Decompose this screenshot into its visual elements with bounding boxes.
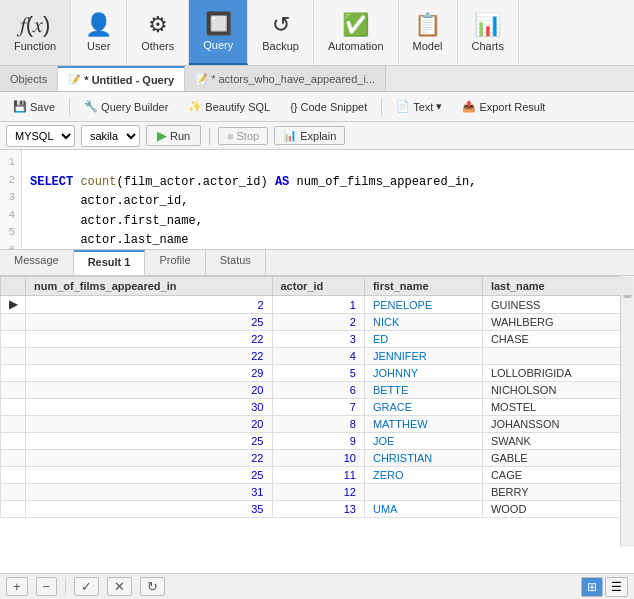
cell-first-name: ED [364,331,482,348]
row-indicator [1,416,26,433]
text-icon: 📄 [396,100,410,113]
table-row[interactable]: 22 4 JENNIFER [1,348,634,365]
bottom-bar: + − ✓ ✕ ↻ ⊞ ☰ [0,573,634,599]
table-row[interactable]: 22 3 ED CHASE [1,331,634,348]
cell-num-films: 25 [26,433,273,450]
col-actor-id[interactable]: actor_id [272,277,364,296]
toolbar-item-query[interactable]: 🔲 Query [189,0,248,65]
row-indicator [1,331,26,348]
toolbar-item-charts[interactable]: 📊 Charts [458,0,519,65]
tab-actors[interactable]: 📝 * actors_who_have_appeared_i... [185,66,386,91]
table-row[interactable]: 29 5 JOHNNY LOLLOBRIGIDA [1,365,634,382]
charts-icon: 📊 [474,14,501,36]
tab-message[interactable]: Message [0,250,74,275]
run-button[interactable]: ▶ Run [146,125,201,146]
db-bar: MYSQL sakila ▶ Run | ■ Stop 📊 Explain [0,122,634,150]
query-icon: 🔲 [205,13,232,35]
tab-status[interactable]: Status [206,250,266,275]
toolbar-item-user[interactable]: 👤 User [71,0,127,65]
cell-actor-id: 7 [272,399,364,416]
code-content[interactable]: SELECT count(film_actor.actor_id) AS num… [22,150,634,249]
query-builder-button[interactable]: 🔧 Query Builder [75,97,177,116]
table-row[interactable]: 25 11 ZERO CAGE [1,467,634,484]
table-row[interactable]: 20 8 MATTHEW JOHANSSON [1,416,634,433]
tab-objects[interactable]: Objects [0,66,58,91]
tab-bar: Objects 📝 * Untitled - Query 📝 * actors_… [0,66,634,92]
schema-select[interactable]: sakila [81,125,140,147]
text-button[interactable]: 📄 Text ▾ [387,97,451,116]
cell-num-films: 22 [26,348,273,365]
db-type-select[interactable]: MYSQL [6,125,75,147]
tab-untitled[interactable]: 📝 * Untitled - Query [58,66,185,91]
cell-last-name: GUINESS [482,296,633,314]
user-icon: 👤 [85,14,112,36]
table-row[interactable]: ▶ 2 1 PENELOPE GUINESS [1,296,634,314]
toolbar-item-model[interactable]: 📋 Model [399,0,458,65]
vertical-scrollbar[interactable] [620,276,634,547]
cell-last-name: JOHANSSON [482,416,633,433]
table-row[interactable]: 22 10 CHRISTIAN GABLE [1,450,634,467]
result-tabs: Message Result 1 Profile Status [0,250,634,276]
row-indicator [1,348,26,365]
tab-profile[interactable]: Profile [145,250,205,275]
toolbar-item-backup[interactable]: ↺ Backup [248,0,314,65]
row-indicator [1,484,26,501]
col-num-films[interactable]: num_of_films_appeared_in [26,277,273,296]
cell-num-films: 31 [26,484,273,501]
cell-first-name: MATTHEW [364,416,482,433]
stop-icon: ■ [227,130,234,142]
delete-row-button[interactable]: − [36,577,58,596]
cell-first-name: JOE [364,433,482,450]
toolbar-item-others[interactable]: ⚙ Others [127,0,189,65]
tab-result1[interactable]: Result 1 [74,250,146,275]
save-icon: 💾 [13,100,27,113]
divider: | [207,125,212,146]
cell-actor-id: 6 [272,382,364,399]
text-dropdown-icon: ▾ [436,100,442,113]
stop-button[interactable]: ■ Stop [218,127,268,145]
table-section: Message Result 1 Profile Status num_of_f… [0,250,634,599]
code-snippet-button[interactable]: {} Code Snippet [281,98,376,116]
col-last-name[interactable]: last_name [482,277,633,296]
cell-num-films: 20 [26,416,273,433]
automation-icon: ✅ [342,14,369,36]
charts-label: Charts [472,40,504,52]
cell-num-films: 29 [26,365,273,382]
explain-button[interactable]: 📊 Explain [274,126,345,145]
table-row[interactable]: 25 2 NICK WAHLBERG [1,314,634,331]
table-row[interactable]: 25 9 JOE SWANK [1,433,634,450]
toolbar-item-function[interactable]: 𝑓(𝑥) Function [0,0,71,65]
query-label: Query [203,39,233,51]
table-row[interactable]: 31 12 BERRY [1,484,634,501]
cell-num-films: 25 [26,314,273,331]
table-row[interactable]: 30 7 GRACE MOSTEL [1,399,634,416]
cancel-button[interactable]: ✕ [107,577,132,596]
table-row[interactable]: 20 6 BETTE NICHOLSON [1,382,634,399]
row-indicator [1,399,26,416]
separator2 [381,98,382,116]
explain-icon: 📊 [283,129,297,142]
code-editor[interactable]: 123456 SELECT count(film_actor.actor_id)… [0,150,634,250]
row-indicator: ▶ [1,296,26,314]
tab-icon-actors: 📝 [195,73,207,84]
cell-first-name [364,484,482,501]
refresh-button[interactable]: ↻ [140,577,165,596]
toolbar-item-automation[interactable]: ✅ Automation [314,0,399,65]
others-label: Others [141,40,174,52]
export-button[interactable]: 📤 Export Result [453,97,554,116]
form-view-button[interactable]: ☰ [605,577,628,597]
main-toolbar: 𝑓(𝑥) Function 👤 User ⚙ Others 🔲 Query ↺ … [0,0,634,66]
table-row[interactable]: 35 13 UMA WOOD [1,501,634,518]
query-builder-icon: 🔧 [84,100,98,113]
cell-actor-id: 9 [272,433,364,450]
beautify-button[interactable]: ✨ Beautify SQL [179,97,279,116]
confirm-button[interactable]: ✓ [74,577,99,596]
add-row-button[interactable]: + [6,577,28,596]
function-label: Function [14,40,56,52]
save-button[interactable]: 💾 Save [4,97,64,116]
data-table-wrap[interactable]: num_of_films_appeared_in actor_id first_… [0,276,634,573]
cell-first-name: GRACE [364,399,482,416]
col-first-name[interactable]: first_name [364,277,482,296]
grid-view-button[interactable]: ⊞ [581,577,603,597]
cell-first-name: JENNIFER [364,348,482,365]
